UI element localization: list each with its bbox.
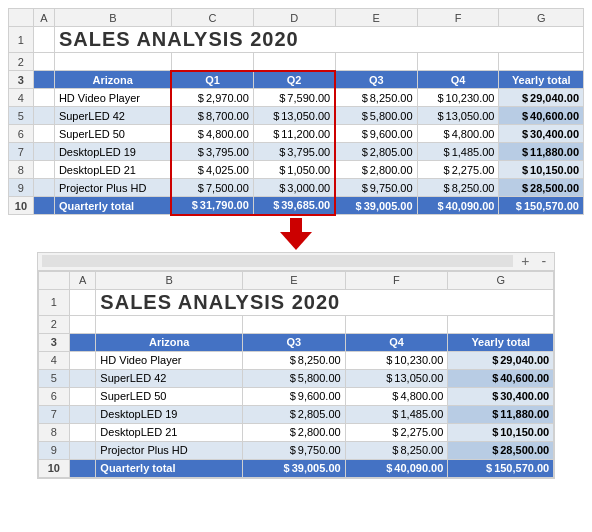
row-2-d: [253, 53, 335, 71]
b-header-label: Arizona: [96, 333, 243, 351]
row-8-q1: $4,025.00: [171, 161, 253, 179]
b-row-8-label: DesktopLED 21: [96, 423, 243, 441]
row-2-f: [417, 53, 499, 71]
col-f: F: [417, 9, 499, 27]
b-row-7-label: DesktopLED 19: [96, 405, 243, 423]
b-row-2-e: [242, 315, 345, 333]
b-total-q4: $40,090.00: [345, 459, 448, 477]
col-b: B: [54, 9, 171, 27]
row-4-label: HD Video Player: [54, 89, 171, 107]
row-9-q3: $9,750.00: [335, 179, 417, 197]
row-9-q4: $8,250.00: [417, 179, 499, 197]
row-7-q2: $3,795.00: [253, 143, 335, 161]
sheet-tabs: + -: [38, 253, 554, 271]
arrow-container: [8, 216, 584, 252]
row-5-a: [33, 107, 54, 125]
row-2-e: [335, 53, 417, 71]
table-row: 5 SuperLED 42 $8,700.00 $13,050.00 $5,80…: [9, 107, 584, 125]
table-row: 6 SuperLED 50 $4,800.00 $11,200.00 $9,60…: [9, 125, 584, 143]
b-row-9-q4: $8,250.00: [345, 441, 448, 459]
b-row-6-q4: $4,800.00: [345, 387, 448, 405]
row-5-header: 5: [9, 107, 34, 125]
col-a: A: [33, 9, 54, 27]
row-3-header: 3: [9, 71, 34, 89]
b-row-5-h: 5: [38, 369, 69, 387]
row-8-label: DesktopLED 21: [54, 161, 171, 179]
b-row-5-yearly: $40,600.00: [448, 369, 554, 387]
col-header-row: A B C D E F G: [9, 9, 584, 27]
b-row-3-a: [69, 333, 95, 351]
row-10-a: [33, 197, 54, 215]
b-row-7-h: 7: [38, 405, 69, 423]
add-tab-button[interactable]: +: [517, 253, 533, 269]
title-row: 1 SALES ANALYSIS 2020: [9, 27, 584, 53]
row-8-q4: $2,275.00: [417, 161, 499, 179]
row-8-header: 8: [9, 161, 34, 179]
row-4-q4: $10,230.00: [417, 89, 499, 107]
row-2-a: [33, 53, 54, 71]
arrow-head: [280, 232, 312, 250]
col-d: D: [253, 9, 335, 27]
row-4-q2: $7,590.00: [253, 89, 335, 107]
row-7-q1: $3,795.00: [171, 143, 253, 161]
b-row-3-h: 3: [38, 333, 69, 351]
b-row-2-b: [96, 315, 243, 333]
row-2-g: [499, 53, 584, 71]
row-6-q1: $4,800.00: [171, 125, 253, 143]
b-row-10-a: [69, 459, 95, 477]
b-table-row: 9 Projector Plus HD $9,750.00 $8,250.00 …: [38, 441, 553, 459]
row-2-b: [54, 53, 171, 71]
row-5-q4: $13,050.00: [417, 107, 499, 125]
row-6-yearly: $30,400.00: [499, 125, 584, 143]
b-col-g: G: [448, 271, 554, 289]
b-row-7-q4: $1,485.00: [345, 405, 448, 423]
corner-cell: [9, 9, 34, 27]
row-6-label: SuperLED 50: [54, 125, 171, 143]
row-1-header: 1: [9, 27, 34, 53]
b-row-8-q3: $2,800.00: [242, 423, 345, 441]
b-row-9-label: Projector Plus HD: [96, 441, 243, 459]
total-q3: $39,005.00: [335, 197, 417, 215]
b-table-row: 5 SuperLED 42 $5,800.00 $13,050.00 $40,6…: [38, 369, 553, 387]
b-row-1: 1 SALES ANALYSIS 2020: [38, 289, 553, 315]
b-row-2: 2: [38, 315, 553, 333]
row-7-a: [33, 143, 54, 161]
bottom-col-header-row: A B E F G: [38, 271, 553, 289]
b-row-7-yearly: $11,880.00: [448, 405, 554, 423]
row-9-q1: $7,500.00: [171, 179, 253, 197]
row-8-yearly: $10,150.00: [499, 161, 584, 179]
b-total-yearly: $150,570.00: [448, 459, 554, 477]
b-row-6-yearly: $30,400.00: [448, 387, 554, 405]
b-row-5-a: [69, 369, 95, 387]
b-row-8-a: [69, 423, 95, 441]
b-row-4-q3: $8,250.00: [242, 351, 345, 369]
b-row-9-yearly: $28,500.00: [448, 441, 554, 459]
b-row-6-q3: $9,600.00: [242, 387, 345, 405]
b-row-4-yearly: $29,040.00: [448, 351, 554, 369]
row-5-q3: $5,800.00: [335, 107, 417, 125]
row-8-q2: $1,050.00: [253, 161, 335, 179]
b-row-2-g: [448, 315, 554, 333]
total-row: 10 Quarterly total $31,790.00 $39,685.00…: [9, 197, 584, 215]
row-9-q2: $3,000.00: [253, 179, 335, 197]
b-total-label: Quarterly total: [96, 459, 243, 477]
row-3-a: [33, 71, 54, 89]
row-9-header: 9: [9, 179, 34, 197]
spreadsheet-title: SALES ANALYSIS 2020: [54, 27, 583, 53]
row-2: 2: [9, 53, 584, 71]
b-row-6-a: [69, 387, 95, 405]
b-col-b: B: [96, 271, 243, 289]
b-title: SALES ANALYSIS 2020: [96, 289, 554, 315]
total-q2: $39,685.00: [253, 197, 335, 215]
b-row-7-q3: $2,805.00: [242, 405, 345, 423]
table-row: 4 HD Video Player $2,970.00 $7,590.00 $8…: [9, 89, 584, 107]
b-table-row: 8 DesktopLED 21 $2,800.00 $2,275.00 $10,…: [38, 423, 553, 441]
b-row-1-h: 1: [38, 289, 69, 315]
b-row-9-q3: $9,750.00: [242, 441, 345, 459]
row-5-label: SuperLED 42: [54, 107, 171, 125]
total-label: Quarterly total: [54, 197, 171, 215]
b-row-2-a: [69, 315, 95, 333]
row-9-label: Projector Plus HD: [54, 179, 171, 197]
minus-tab-button[interactable]: -: [538, 253, 551, 269]
b-row-5-label: SuperLED 42: [96, 369, 243, 387]
